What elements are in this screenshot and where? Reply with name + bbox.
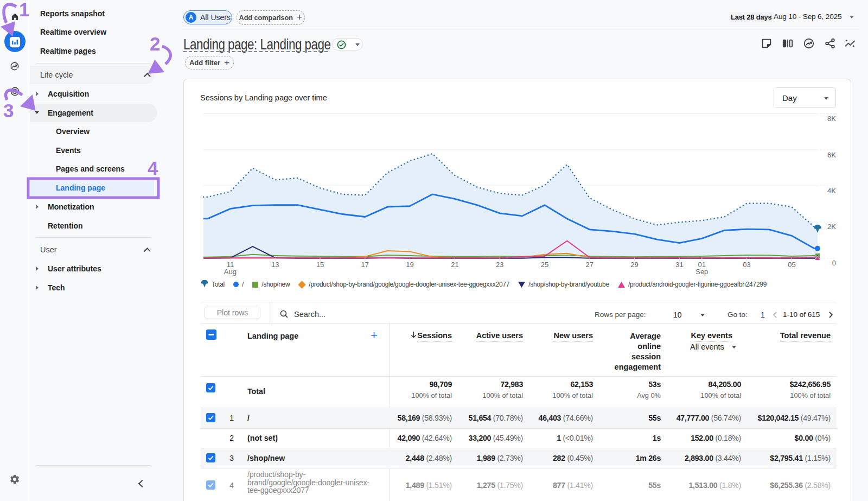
svg-text:21: 21 bbox=[451, 261, 458, 269]
svg-text:31: 31 bbox=[675, 261, 683, 269]
svg-text:2: 2 bbox=[150, 33, 160, 54]
svg-text:1: 1 bbox=[19, 0, 29, 20]
svg-text:05: 05 bbox=[788, 261, 795, 269]
svg-text:4: 4 bbox=[148, 157, 158, 179]
svg-text:15: 15 bbox=[316, 261, 324, 269]
svg-text:25: 25 bbox=[541, 261, 548, 269]
svg-text:29: 29 bbox=[630, 261, 638, 269]
svg-text:17: 17 bbox=[361, 261, 369, 269]
svg-text:8K: 8K bbox=[827, 115, 836, 123]
svg-text:13: 13 bbox=[271, 261, 279, 269]
svg-text:0: 0 bbox=[832, 259, 836, 267]
svg-text:19: 19 bbox=[406, 261, 413, 269]
svg-text:3: 3 bbox=[3, 100, 14, 121]
svg-text:2K: 2K bbox=[827, 223, 836, 231]
svg-text:6K: 6K bbox=[827, 151, 836, 159]
svg-text:4K: 4K bbox=[827, 187, 836, 195]
svg-text:03: 03 bbox=[743, 261, 750, 269]
svg-text:27: 27 bbox=[586, 261, 593, 269]
svg-text:Aug: Aug bbox=[224, 268, 237, 276]
svg-text:Sep: Sep bbox=[695, 268, 708, 276]
svg-text:23: 23 bbox=[496, 261, 503, 269]
